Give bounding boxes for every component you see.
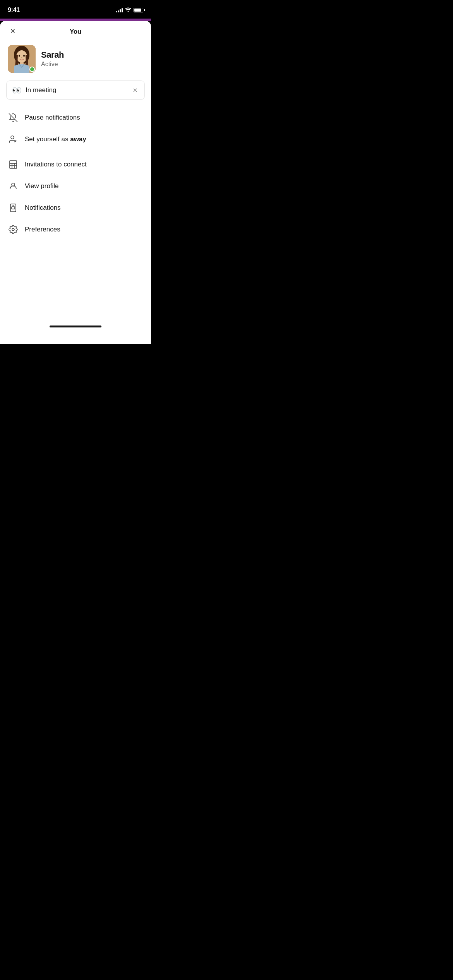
profile-status-text: Active [41,61,64,68]
menu-label-pause-notifications: Pause notifications [25,114,80,122]
phone-notification-icon [8,202,19,213]
svg-rect-12 [10,161,17,168]
profile-section: Sarah Active [0,41,151,81]
bell-slash-icon [8,112,19,123]
status-icons [116,7,143,13]
gear-icon [8,224,19,235]
menu-divider [0,152,151,152]
close-button[interactable] [8,26,18,36]
menu-item-notifications[interactable]: Notifications [0,197,151,219]
status-time: 9:41 [8,7,20,14]
menu-label-preferences: Preferences [25,226,60,233]
svg-point-4 [16,50,27,63]
wifi-icon [125,7,131,13]
svg-rect-18 [10,204,16,212]
svg-point-21 [12,228,14,231]
svg-point-5 [19,55,20,57]
status-bar: 9:41 [0,0,151,19]
status-input-row[interactable]: 👀 In meeting [6,81,145,100]
battery-icon [134,8,143,12]
person-icon [8,181,19,192]
menu-item-preferences[interactable]: Preferences [0,219,151,240]
menu-item-view-profile[interactable]: View profile [0,175,151,197]
svg-line-10 [9,113,17,122]
svg-point-6 [23,55,25,57]
menu-label-view-profile: View profile [25,182,59,190]
sheet-title: You [70,28,81,36]
profile-name: Sarah [41,50,64,60]
person-away-icon [8,134,19,145]
clear-status-button[interactable] [131,86,139,94]
profile-info: Sarah Active [41,50,64,68]
avatar-wrapper [8,45,36,73]
building-icon [8,159,19,170]
bottom-sheet: You [0,21,151,344]
menu-section: Pause notifications Set yourself as away [0,102,151,240]
menu-item-invitations[interactable]: Invitations to connect [0,154,151,175]
menu-item-set-away[interactable]: Set yourself as away [0,128,151,150]
status-emoji: 👀 [12,86,22,95]
status-message: In meeting [26,86,127,94]
menu-item-pause-notifications[interactable]: Pause notifications [0,107,151,128]
online-indicator [29,67,35,72]
svg-rect-20 [12,207,15,209]
svg-point-11 [11,136,14,139]
menu-label-set-away: Set yourself as away [25,135,86,143]
sheet-header: You [0,21,151,41]
home-indicator [50,326,101,327]
menu-label-invitations: Invitations to connect [25,161,87,168]
menu-label-notifications: Notifications [25,204,61,212]
signal-icon [116,8,123,12]
